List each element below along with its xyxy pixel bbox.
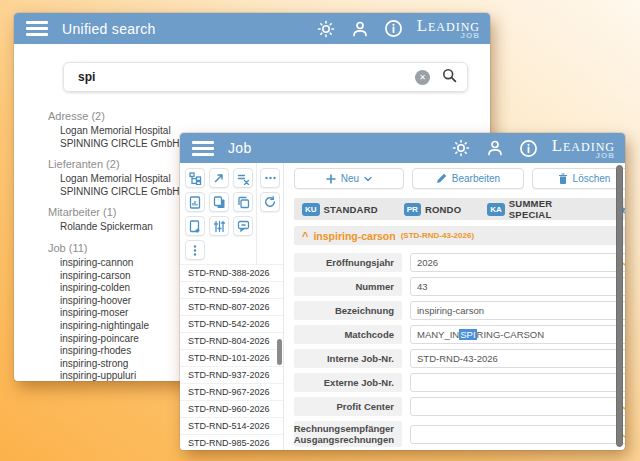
interne-job-nr-input[interactable]: STD-RND-43-2026 <box>410 349 625 368</box>
left-panel: STD-RND-388-2026STD-RND-594-2026STD-RND-… <box>180 163 283 450</box>
search-box: ✕ <box>63 62 468 92</box>
delete-button-label: Löschen <box>573 173 611 184</box>
job-list-item[interactable]: STD-RND-985-2026 <box>180 435 283 450</box>
search-input[interactable] <box>78 70 415 84</box>
job-number-list: STD-RND-388-2026STD-RND-594-2026STD-RND-… <box>180 264 283 450</box>
field-label-matchcode: Matchcode <box>294 325 402 344</box>
pencil-icon <box>436 173 447 184</box>
field-label-eroeffnungsjahr: Eröffnungsjahr <box>294 253 402 272</box>
tab-label: SUMMER SPECIAL <box>509 198 591 220</box>
info-icon[interactable] <box>518 137 540 159</box>
field-value: 43 <box>417 281 428 292</box>
refresh-icon[interactable] <box>260 192 280 212</box>
chevron-down-icon <box>364 176 372 182</box>
more-vertical-icon[interactable] <box>185 240 205 260</box>
filter-settings-icon[interactable] <box>209 216 229 236</box>
edit-button-label: Bearbeiten <box>452 173 500 184</box>
info-icon[interactable] <box>383 18 405 40</box>
eroeffnungsjahr-select[interactable]: 2026 <box>410 253 625 272</box>
job-list-scroll-thumb[interactable] <box>277 339 282 365</box>
job-window-scroll-thumb[interactable] <box>616 165 623 447</box>
brightness-icon[interactable] <box>450 137 472 159</box>
job-window: Job Leading JOB <box>180 133 625 450</box>
leading-job-logo: Leading JOB <box>417 17 480 40</box>
section-code: (STD-RND-43-2026) <box>401 231 474 240</box>
job-window-title: Job <box>228 140 251 156</box>
search-icon[interactable] <box>442 68 457 87</box>
trash-icon <box>558 173 568 184</box>
job-titlebar: Job Leading JOB <box>180 133 625 163</box>
more-horizontal-icon[interactable] <box>260 168 280 188</box>
field-label-interne-job-nr: Interne Job-Nr. <box>294 349 402 368</box>
collapse-icon: ^ <box>302 230 308 242</box>
field-label-nummer: Nummer <box>294 277 402 296</box>
field-label-rechnungsempfaenger: Rechnungsempfänger Ausgangsrechnungen <box>294 421 402 447</box>
job-list-scrollbar[interactable] <box>277 265 282 450</box>
tab-badge: KU <box>302 203 320 216</box>
new-button[interactable]: Neu <box>294 168 404 189</box>
matchcode-post: RING-CARSON <box>477 329 545 340</box>
add-document-icon[interactable] <box>185 216 205 236</box>
matchcode-input[interactable]: MANY_INSPIRING-CARSON <box>410 325 625 344</box>
job-list-item[interactable]: STD-RND-967-2026 <box>180 384 283 401</box>
copy-document-icon[interactable] <box>209 192 229 212</box>
clear-selection-icon[interactable] <box>233 168 253 188</box>
secondary-actions <box>256 163 283 264</box>
field-label-externe-job-nr: Externe Job-Nr. <box>294 373 402 392</box>
edit-button[interactable]: Bearbeiten <box>412 168 524 189</box>
job-list-item[interactable]: STD-RND-542-2026 <box>180 316 283 333</box>
tab-badge: KA <box>487 203 505 216</box>
tab-standard[interactable]: KU STANDARD <box>302 203 378 216</box>
field-value: inspiring-carson <box>417 305 484 316</box>
user-icon[interactable] <box>484 137 506 159</box>
externe-job-nr-input[interactable] <box>410 373 625 392</box>
tab-rondo[interactable]: PR RONDO <box>404 203 462 216</box>
job-list-item[interactable]: STD-RND-804-2026 <box>180 333 283 350</box>
brightness-icon[interactable] <box>315 18 337 40</box>
group-label: Adresse (2) <box>48 110 468 122</box>
profit-center-select[interactable] <box>410 397 625 416</box>
section-title: inspiring-carson <box>313 230 395 242</box>
job-list-item[interactable]: STD-RND-101-2026 <box>180 350 283 367</box>
job-list-item[interactable]: STD-RND-807-2026 <box>180 299 283 316</box>
job-window-scrollbar[interactable] <box>616 165 623 447</box>
user-icon[interactable] <box>349 18 371 40</box>
tab-badge: PR <box>404 203 421 216</box>
search-titlebar: Unified search Leading JOB <box>14 13 490 44</box>
tab-label: RONDO <box>425 204 461 215</box>
rechnungsempfaenger-select[interactable] <box>410 425 625 444</box>
tree-view-icon[interactable] <box>185 168 205 188</box>
job-list-item[interactable]: STD-RND-514-2026 <box>180 418 283 435</box>
menu-icon[interactable] <box>192 141 214 156</box>
field-label-bezeichnung: Bezeichnung <box>294 301 402 320</box>
tab-summer-special[interactable]: KA SUMMER SPECIAL <box>487 198 590 220</box>
job-form: Eröffnungsjahr 2026 Nummer 43 Bezeichnun… <box>294 253 625 447</box>
job-section-header[interactable]: ^ inspiring-carson (STD-RND-43-2026) <box>294 226 625 245</box>
report-document-icon[interactable] <box>185 192 205 212</box>
leading-job-logo: Leading JOB <box>552 137 615 160</box>
job-list-item[interactable]: STD-RND-937-2026 <box>180 367 283 384</box>
comment-icon[interactable] <box>233 216 253 236</box>
duplicate-icon[interactable] <box>233 192 253 212</box>
field-value: 2026 <box>417 257 438 268</box>
action-icon-grid <box>180 163 256 264</box>
delete-button[interactable]: Löschen <box>532 168 625 189</box>
clear-search-icon[interactable]: ✕ <box>415 70 430 85</box>
open-link-icon[interactable] <box>209 168 229 188</box>
nummer-input[interactable]: 43 <box>410 277 625 296</box>
menu-icon[interactable] <box>26 21 48 36</box>
job-list-item[interactable]: STD-RND-594-2026 <box>180 282 283 299</box>
template-tab-bar: KU STANDARD PR RONDO KA SUMMER SPECIAL ★ <box>294 198 625 220</box>
field-label-profit-center: Profit Center <box>294 397 402 416</box>
matchcode-pre: MANY_IN <box>417 329 459 340</box>
field-value: STD-RND-43-2026 <box>417 353 498 364</box>
tab-label: STANDARD <box>324 204 378 215</box>
job-list-item[interactable]: STD-RND-388-2026 <box>180 265 283 282</box>
job-list-item[interactable]: STD-RND-960-2026 <box>180 401 283 418</box>
matchcode-search-highlight: SPI <box>459 329 476 340</box>
job-detail-panel: Neu Bearbeiten Löschen KU STANDARD <box>283 163 625 450</box>
new-button-label: Neu <box>341 173 359 184</box>
bezeichnung-input[interactable]: inspiring-carson <box>410 301 625 320</box>
search-window-title: Unified search <box>62 21 156 37</box>
